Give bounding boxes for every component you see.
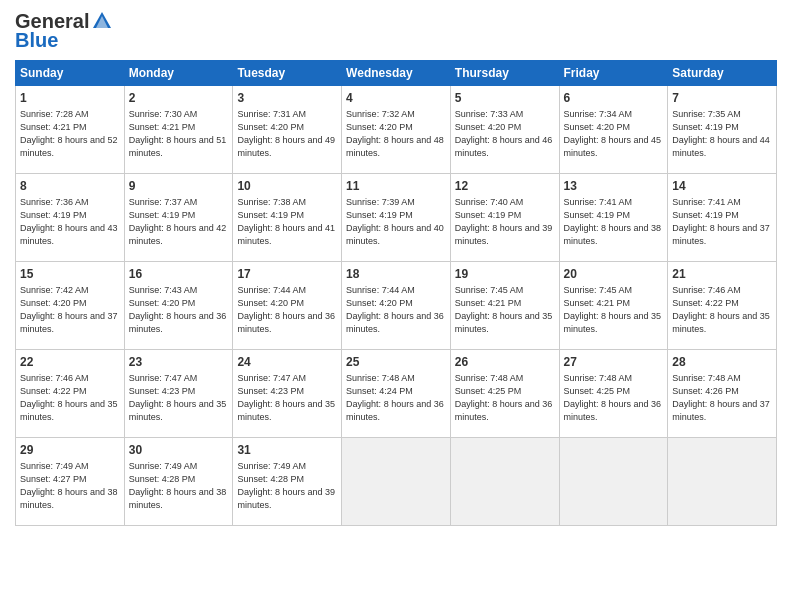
day-cell: 9Sunrise: 7:37 AMSunset: 4:19 PMDaylight… bbox=[124, 174, 233, 262]
day-cell: 1Sunrise: 7:28 AMSunset: 4:21 PMDaylight… bbox=[16, 86, 125, 174]
day-info: Sunrise: 7:48 AMSunset: 4:24 PMDaylight:… bbox=[346, 373, 444, 421]
day-info: Sunrise: 7:31 AMSunset: 4:20 PMDaylight:… bbox=[237, 109, 335, 157]
day-cell bbox=[668, 438, 777, 526]
day-cell: 21Sunrise: 7:46 AMSunset: 4:22 PMDayligh… bbox=[668, 262, 777, 350]
day-cell: 5Sunrise: 7:33 AMSunset: 4:20 PMDaylight… bbox=[450, 86, 559, 174]
day-number: 24 bbox=[237, 354, 337, 370]
day-cell: 29Sunrise: 7:49 AMSunset: 4:27 PMDayligh… bbox=[16, 438, 125, 526]
day-cell bbox=[450, 438, 559, 526]
weekday-header-saturday: Saturday bbox=[668, 61, 777, 86]
day-number: 18 bbox=[346, 266, 446, 282]
day-info: Sunrise: 7:45 AMSunset: 4:21 PMDaylight:… bbox=[455, 285, 553, 333]
day-number: 14 bbox=[672, 178, 772, 194]
logo-icon bbox=[91, 10, 113, 32]
day-cell: 14Sunrise: 7:41 AMSunset: 4:19 PMDayligh… bbox=[668, 174, 777, 262]
day-number: 19 bbox=[455, 266, 555, 282]
day-info: Sunrise: 7:43 AMSunset: 4:20 PMDaylight:… bbox=[129, 285, 227, 333]
weekday-header-wednesday: Wednesday bbox=[342, 61, 451, 86]
day-number: 12 bbox=[455, 178, 555, 194]
day-info: Sunrise: 7:46 AMSunset: 4:22 PMDaylight:… bbox=[672, 285, 770, 333]
day-cell: 22Sunrise: 7:46 AMSunset: 4:22 PMDayligh… bbox=[16, 350, 125, 438]
day-number: 3 bbox=[237, 90, 337, 106]
day-info: Sunrise: 7:45 AMSunset: 4:21 PMDaylight:… bbox=[564, 285, 662, 333]
day-info: Sunrise: 7:47 AMSunset: 4:23 PMDaylight:… bbox=[237, 373, 335, 421]
week-row-4: 29Sunrise: 7:49 AMSunset: 4:27 PMDayligh… bbox=[16, 438, 777, 526]
day-info: Sunrise: 7:30 AMSunset: 4:21 PMDaylight:… bbox=[129, 109, 227, 157]
day-cell: 23Sunrise: 7:47 AMSunset: 4:23 PMDayligh… bbox=[124, 350, 233, 438]
week-row-3: 22Sunrise: 7:46 AMSunset: 4:22 PMDayligh… bbox=[16, 350, 777, 438]
day-number: 28 bbox=[672, 354, 772, 370]
day-number: 15 bbox=[20, 266, 120, 282]
day-info: Sunrise: 7:38 AMSunset: 4:19 PMDaylight:… bbox=[237, 197, 335, 245]
day-number: 8 bbox=[20, 178, 120, 194]
day-cell: 7Sunrise: 7:35 AMSunset: 4:19 PMDaylight… bbox=[668, 86, 777, 174]
day-info: Sunrise: 7:44 AMSunset: 4:20 PMDaylight:… bbox=[346, 285, 444, 333]
day-cell: 10Sunrise: 7:38 AMSunset: 4:19 PMDayligh… bbox=[233, 174, 342, 262]
weekday-header-tuesday: Tuesday bbox=[233, 61, 342, 86]
day-number: 20 bbox=[564, 266, 664, 282]
day-cell: 19Sunrise: 7:45 AMSunset: 4:21 PMDayligh… bbox=[450, 262, 559, 350]
page: General Blue SundayMondayTuesdayWednesda… bbox=[0, 0, 792, 612]
day-info: Sunrise: 7:44 AMSunset: 4:20 PMDaylight:… bbox=[237, 285, 335, 333]
day-info: Sunrise: 7:40 AMSunset: 4:19 PMDaylight:… bbox=[455, 197, 553, 245]
day-info: Sunrise: 7:37 AMSunset: 4:19 PMDaylight:… bbox=[129, 197, 227, 245]
week-row-2: 15Sunrise: 7:42 AMSunset: 4:20 PMDayligh… bbox=[16, 262, 777, 350]
day-cell: 15Sunrise: 7:42 AMSunset: 4:20 PMDayligh… bbox=[16, 262, 125, 350]
day-number: 30 bbox=[129, 442, 229, 458]
day-number: 9 bbox=[129, 178, 229, 194]
day-cell: 24Sunrise: 7:47 AMSunset: 4:23 PMDayligh… bbox=[233, 350, 342, 438]
day-number: 25 bbox=[346, 354, 446, 370]
day-cell: 4Sunrise: 7:32 AMSunset: 4:20 PMDaylight… bbox=[342, 86, 451, 174]
day-number: 5 bbox=[455, 90, 555, 106]
day-cell: 3Sunrise: 7:31 AMSunset: 4:20 PMDaylight… bbox=[233, 86, 342, 174]
day-number: 29 bbox=[20, 442, 120, 458]
day-cell: 12Sunrise: 7:40 AMSunset: 4:19 PMDayligh… bbox=[450, 174, 559, 262]
day-cell bbox=[342, 438, 451, 526]
day-info: Sunrise: 7:48 AMSunset: 4:25 PMDaylight:… bbox=[455, 373, 553, 421]
day-number: 27 bbox=[564, 354, 664, 370]
day-info: Sunrise: 7:42 AMSunset: 4:20 PMDaylight:… bbox=[20, 285, 118, 333]
day-cell: 13Sunrise: 7:41 AMSunset: 4:19 PMDayligh… bbox=[559, 174, 668, 262]
day-cell: 16Sunrise: 7:43 AMSunset: 4:20 PMDayligh… bbox=[124, 262, 233, 350]
day-info: Sunrise: 7:48 AMSunset: 4:25 PMDaylight:… bbox=[564, 373, 662, 421]
day-info: Sunrise: 7:34 AMSunset: 4:20 PMDaylight:… bbox=[564, 109, 662, 157]
day-info: Sunrise: 7:35 AMSunset: 4:19 PMDaylight:… bbox=[672, 109, 770, 157]
weekday-header-sunday: Sunday bbox=[16, 61, 125, 86]
weekday-header-friday: Friday bbox=[559, 61, 668, 86]
calendar: SundayMondayTuesdayWednesdayThursdayFrid… bbox=[15, 60, 777, 526]
day-info: Sunrise: 7:41 AMSunset: 4:19 PMDaylight:… bbox=[564, 197, 662, 245]
day-number: 31 bbox=[237, 442, 337, 458]
day-info: Sunrise: 7:48 AMSunset: 4:26 PMDaylight:… bbox=[672, 373, 770, 421]
logo-blue: Blue bbox=[15, 29, 58, 52]
day-cell: 6Sunrise: 7:34 AMSunset: 4:20 PMDaylight… bbox=[559, 86, 668, 174]
day-number: 17 bbox=[237, 266, 337, 282]
day-info: Sunrise: 7:41 AMSunset: 4:19 PMDaylight:… bbox=[672, 197, 770, 245]
day-info: Sunrise: 7:33 AMSunset: 4:20 PMDaylight:… bbox=[455, 109, 553, 157]
day-cell: 18Sunrise: 7:44 AMSunset: 4:20 PMDayligh… bbox=[342, 262, 451, 350]
day-info: Sunrise: 7:36 AMSunset: 4:19 PMDaylight:… bbox=[20, 197, 118, 245]
day-info: Sunrise: 7:28 AMSunset: 4:21 PMDaylight:… bbox=[20, 109, 118, 157]
day-info: Sunrise: 7:49 AMSunset: 4:28 PMDaylight:… bbox=[129, 461, 227, 509]
day-info: Sunrise: 7:49 AMSunset: 4:28 PMDaylight:… bbox=[237, 461, 335, 509]
weekday-header-thursday: Thursday bbox=[450, 61, 559, 86]
day-number: 10 bbox=[237, 178, 337, 194]
day-cell: 28Sunrise: 7:48 AMSunset: 4:26 PMDayligh… bbox=[668, 350, 777, 438]
day-cell: 25Sunrise: 7:48 AMSunset: 4:24 PMDayligh… bbox=[342, 350, 451, 438]
header: General Blue bbox=[15, 10, 777, 52]
day-cell: 20Sunrise: 7:45 AMSunset: 4:21 PMDayligh… bbox=[559, 262, 668, 350]
day-cell: 11Sunrise: 7:39 AMSunset: 4:19 PMDayligh… bbox=[342, 174, 451, 262]
week-row-0: 1Sunrise: 7:28 AMSunset: 4:21 PMDaylight… bbox=[16, 86, 777, 174]
day-number: 13 bbox=[564, 178, 664, 194]
day-number: 26 bbox=[455, 354, 555, 370]
day-number: 1 bbox=[20, 90, 120, 106]
day-number: 2 bbox=[129, 90, 229, 106]
logo: General Blue bbox=[15, 10, 113, 52]
day-number: 22 bbox=[20, 354, 120, 370]
day-cell: 2Sunrise: 7:30 AMSunset: 4:21 PMDaylight… bbox=[124, 86, 233, 174]
week-row-1: 8Sunrise: 7:36 AMSunset: 4:19 PMDaylight… bbox=[16, 174, 777, 262]
day-cell: 8Sunrise: 7:36 AMSunset: 4:19 PMDaylight… bbox=[16, 174, 125, 262]
day-number: 16 bbox=[129, 266, 229, 282]
weekday-header-row: SundayMondayTuesdayWednesdayThursdayFrid… bbox=[16, 61, 777, 86]
day-cell: 26Sunrise: 7:48 AMSunset: 4:25 PMDayligh… bbox=[450, 350, 559, 438]
day-info: Sunrise: 7:32 AMSunset: 4:20 PMDaylight:… bbox=[346, 109, 444, 157]
